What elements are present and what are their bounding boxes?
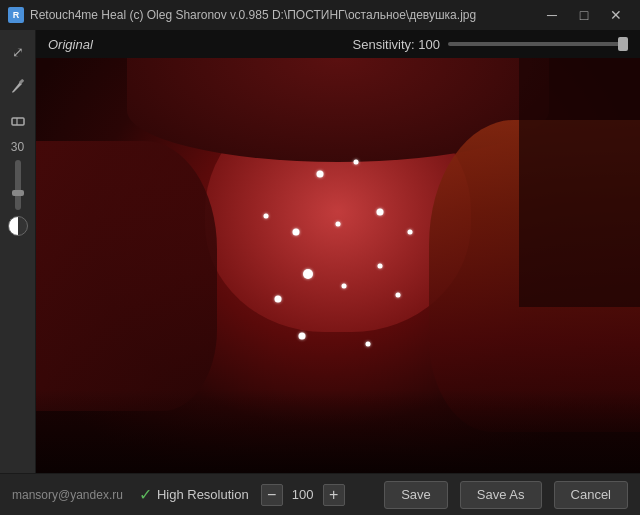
contrast-button[interactable] — [8, 216, 28, 236]
maximize-button[interactable]: □ — [568, 0, 600, 30]
title-text: Retouch4me Heal (c) Oleg Sharonov v.0.98… — [30, 8, 476, 22]
face-image — [36, 58, 640, 473]
eraser-icon — [10, 112, 26, 128]
checkmark-icon: ✓ — [139, 485, 152, 504]
high-resolution-toggle[interactable]: ✓ High Resolution — [139, 485, 249, 504]
image-header: Original Sensitivity: 100 — [36, 30, 640, 58]
bg-shelf-right — [519, 58, 640, 307]
quality-value: 100 — [289, 487, 317, 502]
sensitivity-label: Sensitivity: 100 — [353, 37, 440, 52]
detect-dot — [316, 171, 323, 178]
detect-dot — [274, 295, 281, 302]
eraser-tool-button[interactable] — [4, 106, 32, 134]
canvas-area[interactable]: Original Sensitivity: 100 — [36, 30, 640, 473]
expand-icon: ⤢ — [12, 44, 24, 60]
detect-dot — [408, 230, 413, 235]
portrait-background — [36, 58, 640, 473]
quality-plus-button[interactable]: + — [323, 484, 345, 506]
svg-rect-1 — [12, 118, 24, 125]
bottom-bar: mansory@yandex.ru ✓ High Resolution − 10… — [0, 473, 640, 515]
quality-minus-button[interactable]: − — [261, 484, 283, 506]
bottom-shadow — [36, 390, 640, 473]
detect-dot — [263, 213, 268, 218]
detect-dot — [336, 222, 341, 227]
close-button[interactable]: ✕ — [600, 0, 632, 30]
cancel-button[interactable]: Cancel — [554, 481, 628, 509]
quality-controls: − 100 + — [261, 484, 345, 506]
save-button[interactable]: Save — [384, 481, 448, 509]
app-icon: R — [8, 7, 24, 23]
size-slider-thumb — [12, 190, 24, 196]
title-bar-left: R Retouch4me Heal (c) Oleg Sharonov v.0.… — [8, 7, 476, 23]
brush-tool-button[interactable] — [4, 72, 32, 100]
detect-dot — [342, 284, 347, 289]
detect-dot — [378, 263, 383, 268]
size-slider[interactable] — [15, 160, 21, 210]
user-email: mansory@yandex.ru — [12, 488, 123, 502]
view-label: Original — [48, 37, 93, 52]
expand-tool-button[interactable]: ⤢ — [4, 38, 32, 66]
brush-icon — [10, 78, 26, 94]
detect-dot — [366, 342, 371, 347]
sensitivity-slider-thumb — [618, 37, 628, 51]
title-controls: ─ □ ✕ — [536, 0, 632, 30]
detect-dot — [377, 208, 384, 215]
sensitivity-area: Sensitivity: 100 — [353, 37, 628, 52]
image-container — [36, 58, 640, 473]
detect-dot — [396, 292, 401, 297]
brush-size-label: 30 — [11, 140, 24, 154]
main-area: ⤢ 30 Original Sensitivity: 100 — [0, 30, 640, 473]
toolbar: ⤢ 30 — [0, 30, 36, 473]
sensitivity-slider[interactable] — [448, 42, 628, 46]
high-resolution-label: High Resolution — [157, 487, 249, 502]
detect-dot-large — [303, 269, 313, 279]
detect-dot — [298, 333, 305, 340]
minimize-button[interactable]: ─ — [536, 0, 568, 30]
title-bar: R Retouch4me Heal (c) Oleg Sharonov v.0.… — [0, 0, 640, 30]
detect-dot — [354, 159, 359, 164]
hair-left — [36, 141, 217, 411]
save-as-button[interactable]: Save As — [460, 481, 542, 509]
detect-dot — [292, 229, 299, 236]
